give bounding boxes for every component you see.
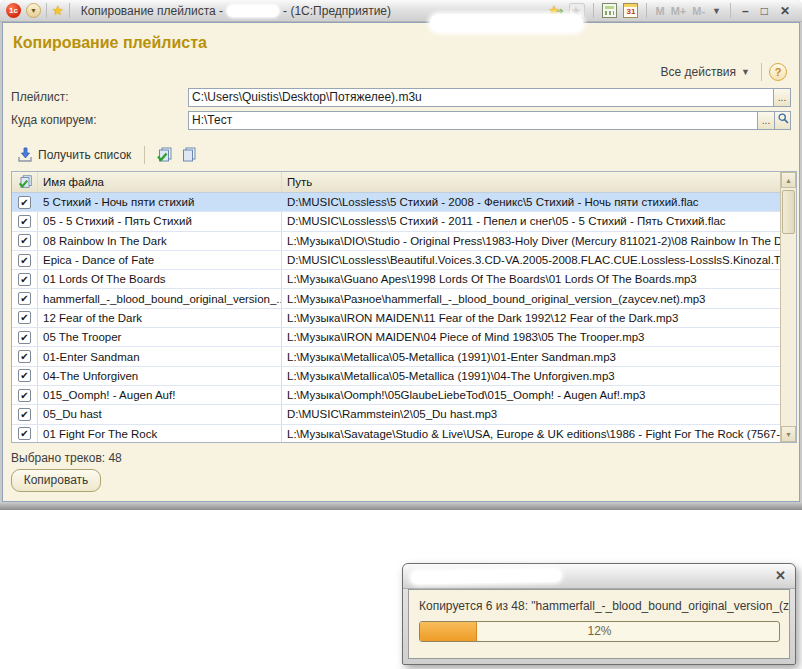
window-titlebar[interactable]: 1с ▼ ★ Копирование плейлиста - - (1С:Пре… xyxy=(0,0,802,22)
row-checkbox[interactable]: ✔ xyxy=(18,234,31,247)
file-name-cell[interactable]: 05 - 5 Стихий - Пять Стихий xyxy=(38,212,282,230)
table-row[interactable]: ✔05 The TrooperL:\Музыка\IRON MAIDEN\04 … xyxy=(12,328,780,347)
file-name-cell[interactable]: 01 Lords Of The Boards xyxy=(38,270,282,288)
file-path-cell[interactable]: L:\Музыка\Oomph!\05GlaubeLiebeTod\015_Oo… xyxy=(282,386,780,404)
file-name-cell[interactable]: 015_Oomph! - Augen Auf! xyxy=(38,386,282,404)
file-path-cell[interactable]: L:\Музыка\Metallica\05-Metallica (1991)\… xyxy=(282,347,780,365)
main-window: 1с ▼ ★ Копирование плейлиста - - (1С:Пре… xyxy=(0,0,802,510)
scroll-down-button[interactable]: ▼ xyxy=(781,426,796,442)
file-path-cell[interactable]: L:\Музыка\Savatage\Studio & Live\USA, Eu… xyxy=(282,425,780,442)
row-checkbox[interactable]: ✔ xyxy=(18,369,31,382)
dialog-close-button[interactable]: ✕ xyxy=(775,568,786,583)
row-checkbox[interactable]: ✔ xyxy=(18,196,31,209)
redacted-title-area xyxy=(227,5,279,17)
memory-m-button[interactable]: M xyxy=(655,5,664,17)
row-checkbox-cell: ✔ xyxy=(12,251,38,269)
row-checkbox-cell: ✔ xyxy=(12,405,38,423)
file-name-cell[interactable]: 12 Fear of the Dark xyxy=(38,309,282,327)
table-row[interactable]: ✔01 Fight For The RockL:\Музыка\Savatage… xyxy=(12,425,780,442)
get-list-label: Получить список xyxy=(38,148,131,162)
row-checkbox[interactable]: ✔ xyxy=(18,215,31,228)
row-checkbox[interactable]: ✔ xyxy=(18,331,31,344)
file-name-cell[interactable]: hammerfall_-_blood_bound_original_versio… xyxy=(38,289,282,307)
file-path-cell[interactable]: L:\Музыка\IRON MAIDEN\11 Fear of the Dar… xyxy=(282,309,780,327)
row-checkbox[interactable]: ✔ xyxy=(18,254,31,267)
file-name-cell[interactable]: Epica - Dance of Fate xyxy=(38,251,282,269)
minimize-button[interactable]: – xyxy=(742,4,749,18)
help-button[interactable]: ? xyxy=(769,63,787,81)
file-path-cell[interactable]: D:\MUSIC\Lossless\Beautiful.Voices.3.CD-… xyxy=(282,251,780,269)
row-checkbox[interactable]: ✔ xyxy=(18,389,31,402)
file-path-cell[interactable]: D:\MUSIC\Lossless\5 Стихий - 2008 - Фени… xyxy=(282,193,780,211)
chevron-down-icon[interactable]: ▼ xyxy=(712,6,721,16)
header-select-column[interactable] xyxy=(12,172,38,192)
get-list-button[interactable]: Получить список xyxy=(11,145,137,165)
scrollbar-thumb[interactable] xyxy=(782,190,795,234)
file-path-cell[interactable]: D:\MUSIC\Lossless\5 Стихий - 2011 - Пепе… xyxy=(282,212,780,230)
file-path-cell[interactable]: L:\Музыка\Metallica\05-Metallica (1991)\… xyxy=(282,367,780,385)
row-checkbox[interactable]: ✔ xyxy=(18,292,31,305)
table-row[interactable]: ✔Epica - Dance of FateD:\MUSIC\Lossless\… xyxy=(12,251,780,270)
progress-message: Копируется 6 из 48: "hammerfall_-_blood_… xyxy=(419,599,789,613)
playlist-browse-button[interactable]: ... xyxy=(774,88,791,107)
playlist-input[interactable] xyxy=(188,88,774,107)
calendar-icon[interactable]: 31 xyxy=(623,3,638,18)
destination-input[interactable] xyxy=(188,111,758,130)
table-row[interactable]: ✔5 Стихий - Ночь пяти стихийD:\MUSIC\Los… xyxy=(12,193,780,212)
row-checkbox[interactable]: ✔ xyxy=(18,311,31,324)
select-all-button[interactable] xyxy=(155,146,173,164)
row-checkbox-cell: ✔ xyxy=(12,309,38,327)
vertical-scrollbar[interactable]: ▲ ▼ xyxy=(780,172,796,442)
memory-m-minus-button[interactable]: M- xyxy=(692,5,705,17)
file-name-cell[interactable]: 04-The Unforgiven xyxy=(38,367,282,385)
all-actions-label: Все действия xyxy=(661,65,736,79)
table-row[interactable]: ✔12 Fear of the DarkL:\Музыка\IRON MAIDE… xyxy=(12,309,780,328)
row-checkbox[interactable]: ✔ xyxy=(18,273,31,286)
table-row[interactable]: ✔08 Rainbow In The DarkL:\Музыка\DIO\Stu… xyxy=(12,232,780,251)
file-path-cell[interactable]: L:\Музыка\IRON MAIDEN\04 Piece of Mind 1… xyxy=(282,328,780,346)
file-name-cell[interactable]: 05 The Trooper xyxy=(38,328,282,346)
file-path-cell[interactable]: L:\Музыка\Разное\hammerfall_-_blood_boun… xyxy=(282,289,780,307)
file-path-cell[interactable]: L:\Музыка\Guano Apes\1998 Lords Of The B… xyxy=(282,270,780,288)
scrollbar-track[interactable] xyxy=(781,236,796,426)
memory-m-plus-button[interactable]: M+ xyxy=(671,5,687,17)
row-checkbox[interactable]: ✔ xyxy=(18,427,31,440)
row-checkbox-cell: ✔ xyxy=(12,270,38,288)
table-row[interactable]: ✔05_Du hastD:\MUSIC\Rammstein\2\05_Du ha… xyxy=(12,405,780,424)
table-row[interactable]: ✔01-Enter SandmanL:\Музыка\Metallica\05-… xyxy=(12,347,780,366)
destination-browse-button[interactable]: ... xyxy=(758,111,775,130)
table-row[interactable]: ✔hammerfall_-_blood_bound_original_versi… xyxy=(12,289,780,308)
row-checkbox[interactable]: ✔ xyxy=(18,408,31,421)
table-row[interactable]: ✔015_Oomph! - Augen Auf!L:\Музыка\Oomph!… xyxy=(12,386,780,405)
file-name-cell[interactable]: 01-Enter Sandman xyxy=(38,347,282,365)
maximize-button[interactable]: □ xyxy=(761,4,768,18)
table-row[interactable]: ✔01 Lords Of The BoardsL:\Музыка\Guano A… xyxy=(12,270,780,289)
unselect-all-button[interactable] xyxy=(179,146,197,164)
calculator-icon[interactable] xyxy=(602,3,617,18)
column-header-path[interactable]: Путь xyxy=(282,172,780,192)
file-path-cell[interactable]: L:\Музыка\DIO\Studio - Original Press\19… xyxy=(282,232,780,250)
column-header-file-name[interactable]: Имя файла xyxy=(38,172,282,192)
table-row[interactable]: ✔04-The UnforgivenL:\Музыка\Metallica\05… xyxy=(12,367,780,386)
row-checkbox-cell: ✔ xyxy=(12,232,38,250)
destination-search-button[interactable] xyxy=(775,111,791,130)
page-title: Копирование плейлиста xyxy=(13,34,207,52)
scroll-up-button[interactable]: ▲ xyxy=(781,172,796,188)
table-row[interactable]: ✔05 - 5 Стихий - Пять СтихийD:\MUSIC\Los… xyxy=(12,212,780,231)
file-name-cell[interactable]: 05_Du hast xyxy=(38,405,282,423)
file-name-cell[interactable]: 08 Rainbow In The Dark xyxy=(38,232,282,250)
window-menu-button[interactable]: ▼ xyxy=(26,3,41,18)
favorites-star-icon[interactable]: ★ xyxy=(52,3,64,18)
file-name-cell[interactable]: 01 Fight For The Rock xyxy=(38,425,282,442)
form-content: Копирование плейлиста Все действия ▼ ? П… xyxy=(2,22,800,502)
file-path-cell[interactable]: D:\MUSIC\Rammstein\2\05_Du hast.mp3 xyxy=(282,405,780,423)
all-actions-button[interactable]: Все действия ▼ xyxy=(661,65,754,79)
app-logo-1c-icon: 1с xyxy=(6,3,21,18)
row-checkbox[interactable]: ✔ xyxy=(18,350,31,363)
close-button[interactable]: ✕ xyxy=(780,4,790,18)
file-name-cell[interactable]: 5 Стихий - Ночь пяти стихий xyxy=(38,193,282,211)
titlebar-separator xyxy=(69,3,70,18)
table-header: Имя файла Путь xyxy=(12,172,780,193)
copy-button[interactable]: Копировать xyxy=(11,469,101,492)
progress-percent: 12% xyxy=(420,622,779,641)
